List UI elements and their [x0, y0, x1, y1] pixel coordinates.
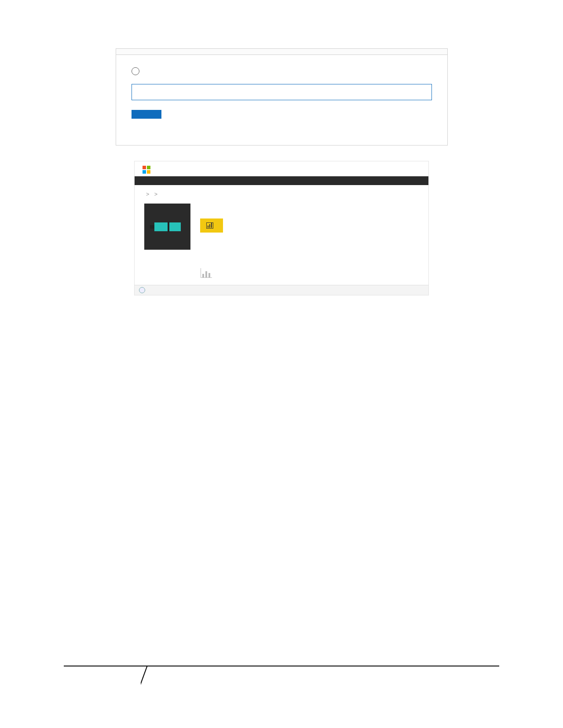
email-input[interactable]	[132, 84, 432, 100]
footer-separator	[141, 666, 154, 688]
sample-chart-icon	[201, 268, 212, 278]
page-footer	[64, 666, 499, 688]
open-in-powerbi-button[interactable]	[200, 218, 223, 233]
bullet-chart-icon	[154, 222, 181, 231]
signin-button[interactable]	[132, 110, 161, 119]
microsoft-logo-icon	[143, 166, 150, 174]
figure-office-store: > >	[134, 161, 429, 295]
figure-appsource-dialog	[116, 48, 448, 146]
download-file-icon	[139, 287, 145, 293]
breadcrumb: > >	[135, 185, 428, 204]
book-title	[154, 666, 499, 688]
chapter-label	[64, 666, 141, 688]
info-icon	[132, 67, 139, 75]
powerbi-icon	[206, 222, 213, 229]
download-bar[interactable]	[135, 285, 428, 295]
store-navbar	[135, 176, 428, 185]
product-thumbnail	[144, 204, 190, 250]
